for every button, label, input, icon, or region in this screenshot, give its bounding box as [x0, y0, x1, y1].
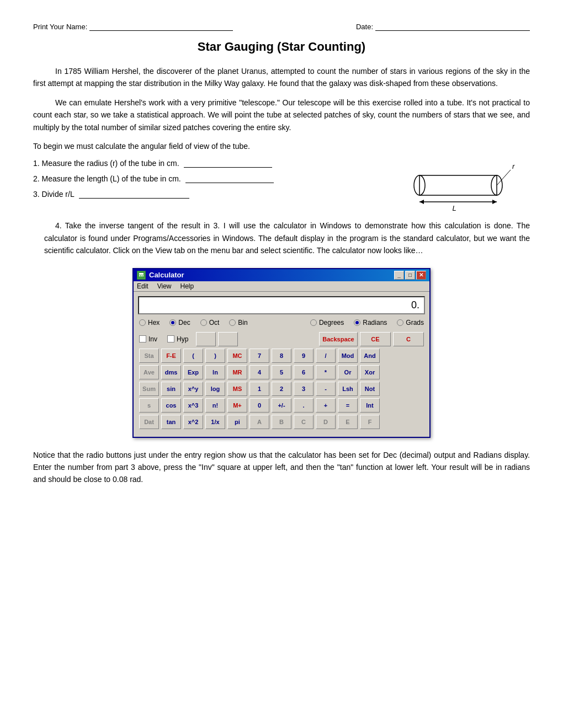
mplus-button[interactable]: M+ — [227, 398, 247, 413]
ave-button[interactable]: Ave — [139, 365, 159, 379]
date-underline — [375, 22, 530, 31]
window-buttons[interactable]: _ □ ✕ — [394, 271, 426, 280]
degrees-radio[interactable] — [310, 319, 317, 326]
four-button[interactable]: 4 — [249, 365, 269, 379]
and-button[interactable]: And — [360, 349, 380, 363]
hyp-label: Hyp — [177, 335, 188, 343]
svg-text:L: L — [452, 204, 456, 212]
open-paren-button[interactable]: ( — [183, 349, 203, 363]
d-button[interactable]: D — [316, 415, 336, 429]
bin-radio[interactable] — [229, 319, 236, 326]
dat-button[interactable]: Dat — [139, 415, 159, 429]
menu-help[interactable]: Help — [180, 282, 194, 290]
log-button[interactable]: log — [205, 382, 225, 396]
c-button[interactable]: C — [393, 332, 424, 346]
radio-degrees[interactable]: Degrees — [310, 319, 344, 326]
tan-button[interactable]: tan — [161, 415, 181, 429]
radio-grads[interactable]: Grads — [397, 319, 424, 326]
s-button[interactable]: s — [139, 398, 159, 413]
not-button[interactable]: Not — [360, 382, 380, 396]
menu-view[interactable]: View — [157, 282, 172, 290]
xor-button[interactable]: Xor — [360, 365, 380, 379]
close-paren-button[interactable]: ) — [205, 349, 225, 363]
paragraph-4: Notice that the radio buttons just under… — [33, 449, 530, 486]
e-button[interactable]: E — [338, 415, 358, 429]
hyp-checkbox[interactable] — [167, 335, 174, 342]
nine-button[interactable]: 9 — [294, 349, 314, 363]
name-field: Print Your Name: — [33, 22, 233, 31]
menu-edit[interactable]: Edit — [137, 282, 148, 290]
dot-button[interactable]: . — [294, 398, 314, 413]
a-button[interactable]: A — [249, 415, 269, 429]
ln-button[interactable]: ln — [205, 365, 225, 379]
equals-button[interactable]: = — [338, 398, 358, 413]
mr-button[interactable]: MR — [227, 365, 247, 379]
plusminus-button[interactable]: +/- — [272, 398, 291, 413]
blank-btn-1[interactable] — [196, 332, 216, 346]
grads-label: Grads — [406, 319, 424, 326]
calc-body: Inv Hyp Backspace CE C Sta F-E ( — [134, 329, 429, 437]
xpow2-button[interactable]: x^2 — [183, 415, 203, 429]
sum-button[interactable]: Sum — [139, 382, 159, 396]
xpowy-button[interactable]: x^y — [183, 382, 203, 396]
two-button[interactable]: 2 — [272, 382, 291, 396]
radians-radio[interactable] — [354, 319, 360, 326]
ce-button[interactable]: CE — [360, 332, 391, 346]
exp-button[interactable]: Exp — [183, 365, 203, 379]
item1-label: 1. Measure the radius (r) of the tube in… — [33, 159, 179, 168]
cos-button[interactable]: cos — [161, 398, 181, 413]
three-button[interactable]: 3 — [294, 382, 314, 396]
f-button[interactable]: F — [360, 415, 380, 429]
maximize-button[interactable]: □ — [405, 271, 415, 280]
zero-button[interactable]: 0 — [249, 398, 269, 413]
or-button[interactable]: Or — [338, 365, 358, 379]
svg-text:r: r — [512, 162, 515, 170]
sta-button[interactable]: Sta — [139, 349, 159, 363]
item2-answer-line — [185, 174, 274, 183]
hex-radio[interactable] — [139, 319, 146, 326]
divide-button[interactable]: / — [316, 349, 336, 363]
backspace-button[interactable]: Backspace — [319, 332, 358, 346]
radio-hex[interactable]: Hex — [139, 319, 160, 326]
inv-checkbox[interactable] — [139, 335, 146, 342]
grads-radio[interactable] — [397, 319, 403, 326]
eight-button[interactable]: 8 — [272, 349, 291, 363]
minimize-button[interactable]: _ — [394, 271, 404, 280]
five-button[interactable]: 5 — [272, 365, 291, 379]
close-button[interactable]: ✕ — [416, 271, 426, 280]
reciprocal-button[interactable]: 1/x — [205, 415, 225, 429]
dec-radio[interactable] — [169, 319, 176, 326]
minus-button[interactable]: - — [316, 382, 336, 396]
svg-rect-13 — [142, 275, 144, 276]
calc-radio-row: Hex Dec Oct Bin Degrees Radians — [134, 317, 429, 329]
multiply-button[interactable]: * — [316, 365, 336, 379]
radio-dec[interactable]: Dec — [169, 319, 190, 326]
measure-item-3: 3. Divide r/L — [33, 190, 397, 199]
b-button[interactable]: B — [272, 415, 291, 429]
sin-button[interactable]: sin — [161, 382, 181, 396]
xpow3-button[interactable]: x^3 — [183, 398, 203, 413]
factorial-button[interactable]: n! — [205, 398, 225, 413]
dms-button[interactable]: dms — [161, 365, 181, 379]
blank-btn-2[interactable] — [218, 332, 238, 346]
pi-button[interactable]: pi — [227, 415, 247, 429]
seven-button[interactable]: 7 — [249, 349, 269, 363]
radio-radians[interactable]: Radians — [354, 319, 387, 326]
mod-button[interactable]: Mod — [338, 349, 358, 363]
ms-button[interactable]: MS — [227, 382, 247, 396]
c-hex-button[interactable]: C — [294, 415, 314, 429]
radio-bin[interactable]: Bin — [229, 319, 247, 326]
int-button[interactable]: Int — [360, 398, 380, 413]
lsh-button[interactable]: Lsh — [338, 382, 358, 396]
mc-button[interactable]: MC — [227, 349, 247, 363]
fe-button[interactable]: F-E — [161, 349, 181, 363]
six-button[interactable]: 6 — [294, 365, 314, 379]
display-value: 0. — [411, 299, 419, 311]
paragraph-1: In 1785 William Hershel, the discoverer … — [33, 65, 530, 90]
plus-button[interactable]: + — [316, 398, 336, 413]
radio-oct[interactable]: Oct — [200, 319, 220, 326]
degrees-label: Degrees — [319, 319, 344, 326]
hex-label: Hex — [148, 319, 160, 326]
oct-radio[interactable] — [200, 319, 207, 326]
one-button[interactable]: 1 — [249, 382, 269, 396]
